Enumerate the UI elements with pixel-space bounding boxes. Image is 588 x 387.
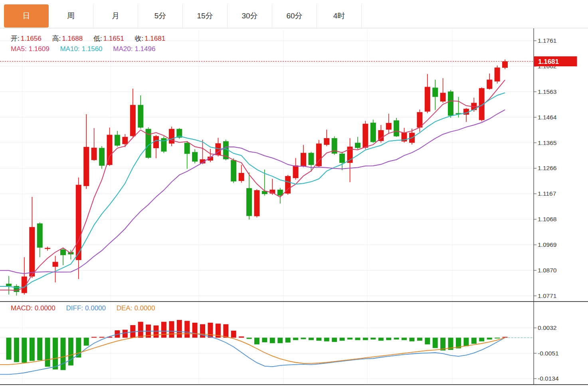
y-axis-label: 1.1068 (538, 216, 556, 222)
period-tabbar: 日周月5分15分30分60分4时 (4, 4, 362, 28)
y-axis-label: 1.0771 (538, 292, 556, 299)
y-axis-label: 1.0870 (538, 267, 557, 274)
open-value: 1.1656 (21, 35, 42, 42)
chart-page: { "toolbar": { "tabs": [ {"label": "日", … (0, 0, 588, 387)
ma5-value: 1.1609 (29, 45, 49, 53)
tab-week[interactable]: 周 (49, 4, 93, 28)
tab-4hour[interactable]: 4时 (317, 4, 362, 28)
main-y-axis: 1.17611.16621.15631.14641.13651.12661.11… (534, 37, 557, 299)
macd-axis-label: -0.0051 (538, 350, 559, 357)
diff-label: DIFF: (66, 304, 83, 312)
tab-month[interactable]: 月 (93, 4, 138, 28)
candlestick-series (6, 60, 508, 296)
tab-30min[interactable]: 30分 (228, 4, 272, 28)
ma5-label: MA5: (11, 45, 27, 53)
close-value: 1.1681 (145, 35, 165, 42)
macd-value: 0.0000 (35, 304, 55, 312)
low-value: 1.1651 (103, 35, 124, 42)
ma10-label: MA10: (60, 45, 79, 53)
low-label: 低: (93, 35, 102, 42)
open-label: 开: (11, 35, 20, 42)
ma20-label: MA20: (113, 45, 133, 53)
tab-60min[interactable]: 60分 (272, 4, 317, 28)
y-axis-label: 1.1464 (538, 114, 557, 121)
ma20-line (0, 110, 505, 274)
macd-legend: MACD:0.0000 DIFF:0.0000 DEA:0.0000 (11, 304, 164, 312)
ma10-value: 1.1560 (82, 45, 103, 53)
high-value: 1.1688 (62, 35, 83, 42)
macd-axis-label: 0.0032 (538, 324, 556, 331)
svg-text:1.1681: 1.1681 (538, 58, 559, 65)
y-axis-label: 1.1266 (538, 165, 556, 171)
macd-axis-label: -0.0134 (538, 375, 559, 382)
macd-y-axis: 0.0032-0.0051-0.0134 (534, 324, 559, 382)
diff-value: 0.0000 (85, 304, 106, 312)
y-axis-label: 1.1563 (538, 88, 556, 95)
macd-label: MACD: (11, 304, 33, 312)
dea-value: 0.0000 (134, 304, 155, 312)
ma-legend: MA5:1.1609 MA10:1.1560 MA20:1.1496 (11, 45, 164, 53)
y-axis-label: 1.1167 (538, 190, 556, 197)
close-label: 收: (135, 35, 143, 42)
tab-5min[interactable]: 5分 (138, 4, 183, 28)
y-axis-label: 1.1365 (538, 139, 556, 146)
dea-label: DEA: (117, 304, 133, 312)
tabbar-underline (0, 28, 588, 28)
tab-15min[interactable]: 15分 (183, 4, 228, 28)
ohlc-legend: 开:1.1656 高:1.1688 低:1.1651 收:1.1681 (11, 34, 174, 43)
current-price-badge: 1.1681 (534, 56, 577, 66)
ma10-line (0, 93, 505, 288)
y-axis-label: 1.1761 (538, 37, 556, 44)
high-label: 高: (52, 35, 61, 42)
ma20-value: 1.1496 (135, 45, 155, 53)
y-axis-label: 1.0969 (538, 241, 556, 248)
tab-day[interactable]: 日 (4, 4, 49, 28)
